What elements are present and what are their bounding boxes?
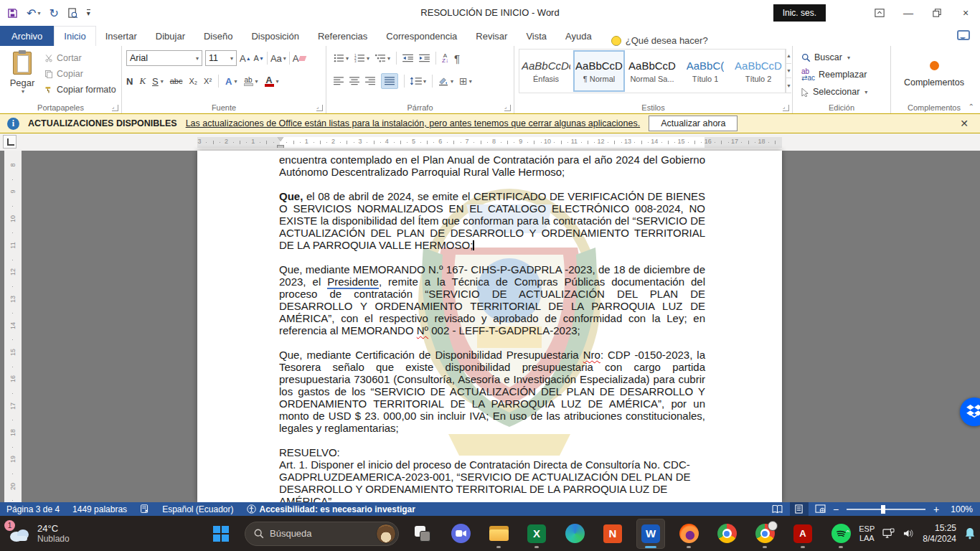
- superscript-button[interactable]: X²: [204, 77, 212, 85]
- portapapeles-dialog-launcher-icon[interactable]: ⌟: [112, 105, 118, 111]
- font-color-button[interactable]: A: [265, 76, 274, 87]
- language-indicator[interactable]: Español (Ecuador): [156, 504, 240, 514]
- style-normal-sa-[interactable]: AaBbCcDNormal Sa...: [626, 50, 678, 92]
- align-left-icon[interactable]: [334, 77, 344, 85]
- search-box[interactable]: Búsqueda: [245, 522, 399, 546]
- update-now-button[interactable]: Actualizar ahora: [649, 116, 738, 131]
- paragraph[interactable]: RESUELVO:: [279, 446, 705, 458]
- styles-scroll-down-icon[interactable]: ▼: [786, 64, 791, 79]
- page-indicator[interactable]: Página 3 de 4: [0, 504, 66, 514]
- tray-expand-icon[interactable]: ⌃: [844, 529, 851, 538]
- shrink-font-button[interactable]: A▼: [254, 54, 264, 62]
- file-explorer-button[interactable]: [484, 519, 513, 549]
- highlight-button[interactable]: ab: [244, 77, 253, 86]
- zoom-slider-thumb[interactable]: [881, 505, 885, 514]
- first-line-indent-marker[interactable]: [277, 137, 284, 145]
- subscript-button[interactable]: X₂: [189, 77, 198, 85]
- estilos-dialog-launcher-icon[interactable]: ⌟: [783, 105, 789, 111]
- clear-formatting-button[interactable]: A: [293, 53, 306, 64]
- tab-correspondencia[interactable]: Correspondencia: [377, 26, 466, 46]
- nitro-pdf-button[interactable]: N: [598, 519, 627, 549]
- minimize-button[interactable]: —: [894, 0, 923, 26]
- shading-icon[interactable]: ▾: [438, 77, 453, 86]
- paragraph[interactable]: Que, el 08 de abril de 2024, se emite el…: [279, 190, 705, 251]
- document-page[interactable]: encuentra contemplado en el Plan Anual d…: [197, 151, 782, 502]
- ribbon-display-options-icon[interactable]: [865, 0, 894, 26]
- justify-icon[interactable]: [381, 73, 398, 89]
- dropbox-icon[interactable]: [960, 397, 980, 426]
- style-t-tulo-2[interactable]: AaBbCcDTítulo 2: [732, 50, 784, 92]
- task-view-button[interactable]: [408, 519, 437, 549]
- tab-vista[interactable]: Vista: [517, 26, 556, 46]
- zoom-level[interactable]: 100%: [951, 504, 973, 514]
- chrome-button[interactable]: [712, 519, 741, 549]
- tab-disposicion[interactable]: Disposición: [242, 26, 308, 46]
- network-icon[interactable]: [882, 528, 895, 539]
- web-layout-icon[interactable]: [811, 502, 830, 516]
- close-button[interactable]: ×: [951, 0, 980, 26]
- chat-button[interactable]: [446, 519, 475, 549]
- change-case-button[interactable]: Aa▾: [270, 53, 286, 64]
- font-family-combo[interactable]: Arial▾: [126, 50, 202, 66]
- line-spacing-icon[interactable]: ▾: [410, 77, 426, 85]
- collapse-ribbon-icon[interactable]: ⌃: [969, 103, 974, 110]
- tab-referencias[interactable]: Referencias: [308, 26, 377, 46]
- paragraph[interactable]: encuentra contemplado en el Plan Anual d…: [279, 154, 705, 178]
- bold-button[interactable]: N: [126, 76, 133, 87]
- paste-button[interactable]: Pegar ▾: [4, 49, 40, 100]
- sort-icon[interactable]: AZ↓: [442, 53, 448, 63]
- tab-selector[interactable]: [3, 135, 17, 149]
- print-layout-icon[interactable]: [790, 502, 809, 516]
- grow-font-button[interactable]: A▲: [240, 53, 251, 64]
- find-button[interactable]: Buscar▾: [801, 49, 886, 66]
- tab-inicio[interactable]: Inicio: [54, 26, 95, 46]
- fuente-dialog-launcher-icon[interactable]: ⌟: [316, 105, 323, 111]
- word-count[interactable]: 1449 palabras: [66, 504, 133, 514]
- tell-me-box[interactable]: ¿Qué desea hacer?: [611, 35, 708, 46]
- document-text[interactable]: encuentra contemplado en el Plan Anual d…: [279, 154, 705, 519]
- increase-indent-icon[interactable]: [419, 54, 430, 62]
- cut-button[interactable]: Cortar: [44, 50, 116, 66]
- notification-bell-icon[interactable]: [964, 527, 976, 540]
- align-center-icon[interactable]: [349, 77, 359, 85]
- read-mode-icon[interactable]: [768, 502, 787, 516]
- excel-button[interactable]: X: [522, 519, 551, 549]
- format-painter-button[interactable]: Copiar formato: [44, 82, 116, 98]
- left-indent-marker[interactable]: [277, 145, 284, 148]
- weather-widget[interactable]: 1 24°C Nublado: [7, 516, 70, 551]
- style-t-tulo-1[interactable]: AaBbC(Título 1: [679, 50, 731, 92]
- horizontal-ruler[interactable]: 321123456789101112131415161718: [197, 137, 782, 148]
- restore-button[interactable]: [923, 0, 951, 26]
- text-effects-button[interactable]: A: [225, 76, 232, 87]
- tab-dibujar[interactable]: Dibujar: [146, 26, 194, 46]
- borders-icon[interactable]: ⊞▾: [459, 75, 472, 87]
- chrome-profile-button[interactable]: [750, 519, 779, 549]
- tab-insertar[interactable]: Insertar: [96, 26, 146, 46]
- multilevel-list-icon[interactable]: ▾: [375, 54, 390, 62]
- feedback-comment-icon[interactable]: [957, 30, 970, 40]
- parrafo-dialog-launcher-icon[interactable]: ⌟: [504, 105, 511, 111]
- addins-button[interactable]: Complementos: [895, 49, 973, 99]
- underline-button[interactable]: S: [152, 76, 159, 87]
- styles-more-icon[interactable]: ▼: [786, 78, 791, 93]
- firefox-button[interactable]: [674, 519, 703, 549]
- zoom-in-button[interactable]: +: [933, 504, 939, 515]
- volume-icon[interactable]: [903, 528, 915, 539]
- italic-button[interactable]: K: [139, 75, 146, 87]
- bullets-icon[interactable]: ▾: [334, 54, 349, 62]
- proofing-icon[interactable]: [133, 504, 156, 514]
- tab-diseno[interactable]: Diseño: [194, 26, 242, 46]
- zoom-slider[interactable]: [847, 509, 925, 510]
- strikethrough-button[interactable]: abc: [170, 77, 183, 85]
- replace-button[interactable]: ab⇄ac Reemplazar: [801, 66, 886, 83]
- paragraph[interactable]: Que, mediante MEMORANDO N.º 167- CIHS-P-…: [279, 263, 705, 336]
- decrease-indent-icon[interactable]: [402, 54, 413, 62]
- sign-in-button[interactable]: Inic. ses.: [773, 4, 826, 22]
- style--normal[interactable]: AaBbCcD¶ Normal: [573, 50, 625, 92]
- language-switcher[interactable]: ESP LAA: [859, 524, 875, 542]
- align-right-icon[interactable]: [365, 77, 375, 85]
- clock[interactable]: 15:25 8/4/2024: [923, 523, 956, 545]
- acrobat-button[interactable]: A: [788, 519, 817, 549]
- start-button[interactable]: [207, 519, 235, 549]
- style--nfasis[interactable]: AaBbCcDcÉnfasis: [520, 50, 572, 92]
